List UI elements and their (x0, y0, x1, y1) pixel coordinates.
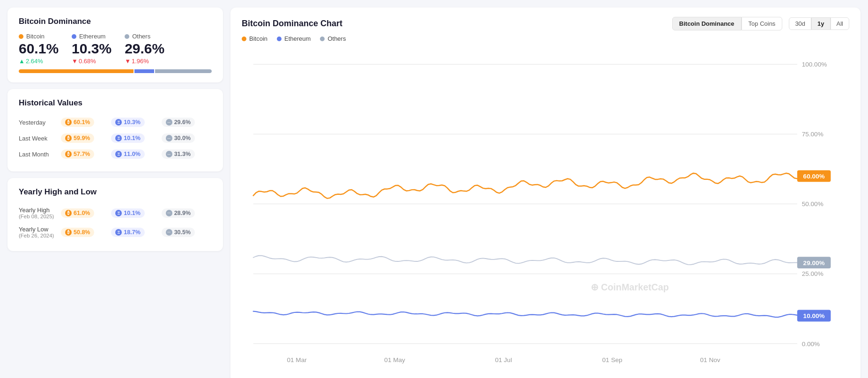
historical-row-eth: Ξ 11.0% (111, 146, 161, 162)
historical-card: Historical Values Yesterday ₿ 60.1% Ξ 10… (7, 89, 223, 171)
svg-text:⊕ CoinMarketCap: ⊕ CoinMarketCap (591, 282, 669, 292)
chart-controls: Bitcoin Dominance Top Coins 30d 1y All (672, 17, 849, 30)
yearly-row-label: Yearly High (Feb 08, 2025) (19, 203, 61, 222)
chart-header: Bitcoin Dominance Chart Bitcoin Dominanc… (242, 17, 849, 30)
chart-panel: Bitcoin Dominance Chart Bitcoin Dominanc… (230, 7, 861, 378)
legend-ethereum-dot (277, 37, 282, 41)
bitcoin-dot (19, 34, 23, 39)
historical-row-label: Last Week (19, 130, 61, 146)
historical-row-label: Yesterday (19, 114, 61, 130)
svg-text:01 Nov: 01 Nov (700, 356, 720, 363)
left-panel: Bitcoin Dominance Bitcoin 60.1% ▲ 2.64% … (7, 7, 223, 378)
others-label: Others (125, 33, 164, 40)
legend-others: Others (320, 35, 346, 42)
others-change: ▼ 1.96% (125, 58, 164, 65)
dominance-title: Bitcoin Dominance (19, 17, 212, 26)
bitcoin-change: ▲ 2.64% (19, 58, 59, 65)
yearly-row-others: ··· 30.5% (162, 222, 212, 242)
historical-row-eth: Ξ 10.3% (111, 114, 161, 130)
tab-group: Bitcoin Dominance Top Coins (672, 17, 783, 30)
yearly-row-btc: ₿ 61.0% (61, 203, 111, 222)
others-down-arrow: ▼ (125, 58, 131, 65)
bitcoin-value: 60.1% (19, 41, 59, 56)
chart-title: Bitcoin Dominance Chart (242, 19, 342, 29)
historical-row-eth: Ξ 10.1% (111, 130, 161, 146)
svg-text:29.00%: 29.00% (803, 259, 825, 267)
svg-text:60.00%: 60.00% (803, 173, 825, 180)
historical-row: Last Week ₿ 59.9% Ξ 10.1% ··· 30.0% (19, 130, 212, 146)
yearly-row-eth: Ξ 18.7% (111, 222, 161, 242)
dominance-coins-row: Bitcoin 60.1% ▲ 2.64% Ethereum 10.3% ▼ 0… (19, 33, 212, 65)
svg-text:75.00%: 75.00% (802, 131, 823, 138)
historical-row: Yesterday ₿ 60.1% Ξ 10.3% ··· 29.6% (19, 114, 212, 130)
svg-text:01 Jul: 01 Jul (495, 356, 512, 363)
others-bar (155, 69, 212, 73)
others-dot (125, 34, 129, 39)
time-1y[interactable]: 1y (811, 17, 830, 30)
svg-text:01 May: 01 May (384, 356, 405, 363)
yearly-row: Yearly High (Feb 08, 2025) ₿ 61.0% Ξ 10.… (19, 203, 212, 222)
chart-wrapper: 0.00%25.00%50.00%75.00%100.00%01 Mar01 M… (242, 47, 849, 373)
historical-row-btc: ₿ 60.1% (61, 114, 111, 130)
legend-bitcoin-dot (242, 37, 246, 41)
dominance-card: Bitcoin Dominance Bitcoin 60.1% ▲ 2.64% … (7, 7, 223, 82)
legend-bitcoin: Bitcoin (242, 35, 267, 42)
ethereum-down-arrow: ▼ (72, 58, 78, 65)
others-dominance: Others 29.6% ▼ 1.96% (125, 33, 164, 65)
yearly-row-label: Yearly Low (Feb 26, 2024) (19, 222, 61, 242)
ethereum-change: ▼ 0.68% (72, 58, 111, 65)
historical-row-others: ··· 29.6% (162, 114, 212, 130)
dominance-bar (19, 69, 212, 73)
bitcoin-label: Bitcoin (19, 33, 59, 40)
legend-ethereum: Ethereum (277, 35, 311, 42)
svg-text:10.00%: 10.00% (803, 312, 825, 319)
yearly-table: Yearly High (Feb 08, 2025) ₿ 61.0% Ξ 10.… (19, 203, 212, 242)
bitcoin-bar (19, 69, 134, 73)
ethereum-label: Ethereum (72, 33, 111, 40)
bitcoin-dominance: Bitcoin 60.1% ▲ 2.64% (19, 33, 59, 65)
historical-row-btc: ₿ 57.7% (61, 146, 111, 162)
yearly-row-btc: ₿ 50.8% (61, 222, 111, 242)
historical-row: Last Month ₿ 57.7% Ξ 11.0% ··· 31.3% (19, 146, 212, 162)
historical-table: Yesterday ₿ 60.1% Ξ 10.3% ··· 29.6% Last… (19, 114, 212, 162)
chart-svg: 0.00%25.00%50.00%75.00%100.00%01 Mar01 M… (242, 47, 849, 373)
tab-bitcoin-dominance[interactable]: Bitcoin Dominance (672, 17, 742, 30)
legend-others-dot (320, 37, 325, 41)
svg-text:01 Sep: 01 Sep (602, 356, 623, 363)
time-all[interactable]: All (831, 17, 849, 30)
yearly-card: Yearly High and Low Yearly High (Feb 08,… (7, 178, 223, 251)
time-group: 30d 1y All (789, 17, 849, 30)
tab-top-coins[interactable]: Top Coins (742, 17, 783, 30)
chart-legend: Bitcoin Ethereum Others (242, 35, 849, 42)
bitcoin-up-arrow: ▲ (19, 58, 25, 65)
svg-text:100.00%: 100.00% (802, 61, 827, 68)
historical-row-btc: ₿ 59.9% (61, 130, 111, 146)
svg-text:50.00%: 50.00% (802, 200, 823, 208)
ethereum-value: 10.3% (72, 41, 111, 56)
historical-title: Historical Values (19, 98, 212, 108)
historical-row-label: Last Month (19, 146, 61, 162)
yearly-row-others: ··· 28.9% (162, 203, 212, 222)
others-value: 29.6% (125, 41, 164, 56)
yearly-row: Yearly Low (Feb 26, 2024) ₿ 50.8% Ξ 18.7… (19, 222, 212, 242)
historical-row-others: ··· 30.0% (162, 130, 212, 146)
historical-row-others: ··· 31.3% (162, 146, 212, 162)
svg-text:01 Mar: 01 Mar (287, 356, 307, 363)
yearly-title: Yearly High and Low (19, 187, 212, 197)
ethereum-dominance: Ethereum 10.3% ▼ 0.68% (72, 33, 111, 65)
ethereum-dot (72, 34, 76, 39)
time-30d[interactable]: 30d (789, 17, 811, 30)
ethereum-bar (134, 69, 154, 73)
svg-text:25.00%: 25.00% (802, 270, 823, 277)
yearly-row-eth: Ξ 10.1% (111, 203, 161, 222)
svg-text:0.00%: 0.00% (802, 341, 820, 348)
